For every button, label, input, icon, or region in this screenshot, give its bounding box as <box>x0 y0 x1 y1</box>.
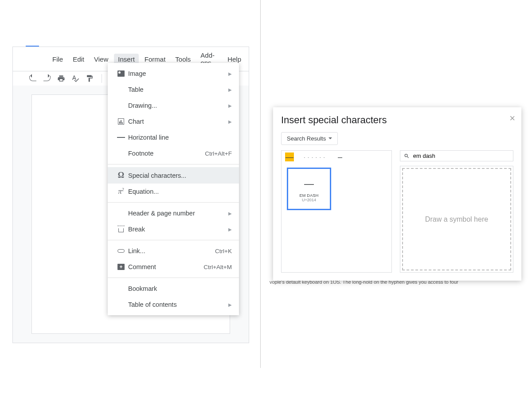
mini-char-0[interactable]: — <box>285 153 294 161</box>
spellcheck-icon[interactable] <box>71 74 79 82</box>
character-glyph: — <box>304 178 314 190</box>
menu-item-label: Table <box>128 86 228 93</box>
dialog-title: Insert special characters <box>281 114 513 126</box>
menu-separator <box>108 202 239 203</box>
menu-item-link[interactable]: Link...Ctrl+K <box>108 243 239 259</box>
submenu-arrow-icon: ▶ <box>228 302 232 307</box>
search-pane: Draw a symbol here <box>400 150 513 273</box>
submenu-arrow-icon: ▶ <box>228 87 232 92</box>
search-input[interactable] <box>413 153 509 159</box>
dialog-body: —- - - - - -– — EM DASH U+2014 Draw a sy… <box>281 150 513 273</box>
link-icon <box>114 249 128 253</box>
menu-item-label: Footnote <box>128 150 205 157</box>
menu-separator <box>108 278 239 278</box>
special-characters-dialog: × Insert special characters Search Resul… <box>273 107 521 281</box>
menu-item-comment[interactable]: CommentCtrl+Alt+M <box>108 259 239 275</box>
submenu-arrow-icon: ▶ <box>228 103 232 108</box>
menu-item-label: Header & page number <box>128 210 228 217</box>
hline-icon <box>114 137 128 138</box>
toolbar-separator <box>102 74 102 83</box>
break-icon <box>114 226 128 233</box>
menu-item-shortcut: Ctrl+K <box>215 248 232 254</box>
omega-icon: Ω <box>114 171 128 180</box>
filter-label: Search Results <box>287 135 326 142</box>
menu-item-label: Drawing... <box>128 102 228 109</box>
menu-item-label: Comment <box>128 263 203 270</box>
menu-item-label: Chart <box>128 118 228 125</box>
caret-down-icon <box>329 137 332 141</box>
image-icon <box>114 70 128 77</box>
close-icon[interactable]: × <box>509 113 515 124</box>
menu-item-horizontal-line[interactable]: Horizontal line <box>108 129 239 145</box>
draw-placeholder: Draw a symbol here <box>425 215 488 223</box>
menu-item-image[interactable]: Image▶ <box>108 66 239 82</box>
menu-item-footnote[interactable]: FootnoteCtrl+Alt+F <box>108 145 239 161</box>
menu-item-table-of-contents[interactable]: Table of contents▶ <box>108 297 239 313</box>
pi-icon: π2 <box>114 187 128 196</box>
character-name: EM DASH <box>299 193 318 198</box>
menu-item-label: Horizontal line <box>128 134 232 141</box>
menu-item-break[interactable]: Break▶ <box>108 221 239 237</box>
redo-icon[interactable] <box>43 74 51 82</box>
comment-icon <box>114 264 128 270</box>
menu-item-chart[interactable]: Chart▶ <box>108 113 239 129</box>
submenu-arrow-icon: ▶ <box>228 211 232 216</box>
menu-edit[interactable]: Edit <box>69 54 88 65</box>
submenu-arrow-icon: ▶ <box>228 227 232 232</box>
submenu-arrow-icon: ▶ <box>228 119 232 124</box>
menu-item-label: Link... <box>128 247 215 254</box>
undo-icon[interactable] <box>29 74 37 82</box>
results-mini-row: —- - - - - -– <box>282 151 391 163</box>
menu-file[interactable]: File <box>48 54 67 65</box>
menu-item-label: Table of contents <box>128 301 228 308</box>
search-box[interactable] <box>400 150 513 161</box>
results-pane: —- - - - - -– — EM DASH U+2014 <box>281 150 392 273</box>
menu-item-bookmark[interactable]: Bookmark <box>108 281 239 297</box>
menu-item-table[interactable]: Table▶ <box>108 82 239 98</box>
menu-item-label: Special characters... <box>128 172 232 179</box>
menu-item-label: Image <box>128 70 228 77</box>
filter-row: Search Results <box>281 132 513 145</box>
mini-char-2[interactable]: – <box>336 153 344 161</box>
mini-char-1[interactable]: - - - - - - <box>299 153 330 161</box>
character-card[interactable]: — EM DASH U+2014 <box>287 168 331 210</box>
menu-item-shortcut: Ctrl+Alt+F <box>205 150 232 157</box>
menu-item-label: Break <box>128 226 228 233</box>
menu-item-label: Equation... <box>128 188 232 195</box>
insert-menu-dropdown: Image▶Table▶Drawing...▶Chart▶Horizontal … <box>108 63 239 315</box>
character-code: U+2014 <box>302 198 316 202</box>
menu-item-special-characters[interactable]: ΩSpecial characters... <box>108 167 239 184</box>
filter-dropdown[interactable]: Search Results <box>281 132 338 145</box>
menu-separator <box>108 164 239 164</box>
panel-divider <box>260 0 261 368</box>
draw-box-container: Draw a symbol here <box>400 166 513 273</box>
menu-item-equation[interactable]: π2Equation... <box>108 184 239 200</box>
menu-item-drawing[interactable]: Drawing...▶ <box>108 98 239 113</box>
menu-separator <box>108 240 239 240</box>
menu-item-label: Bookmark <box>128 285 232 292</box>
menu-item-shortcut: Ctrl+Alt+M <box>203 264 232 270</box>
menu-item-header-page-number[interactable]: Header & page number▶ <box>108 205 239 221</box>
submenu-arrow-icon: ▶ <box>228 71 232 76</box>
print-icon[interactable] <box>57 74 65 82</box>
draw-area[interactable]: Draw a symbol here <box>402 168 511 270</box>
chart-icon <box>114 118 128 125</box>
search-icon <box>404 153 410 159</box>
paint-format-icon[interactable] <box>86 74 94 82</box>
